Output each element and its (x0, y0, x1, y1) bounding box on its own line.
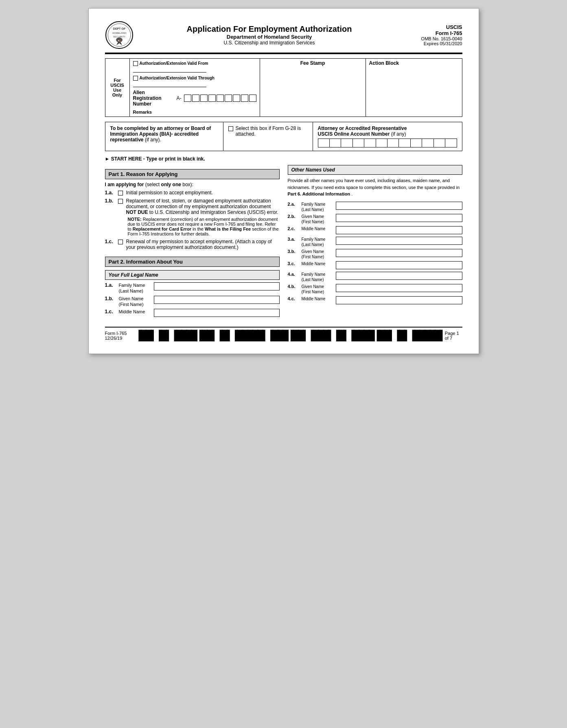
page: DEPT OF HOMELAND SECURITY 🦅 Application … (88, 8, 479, 354)
attorney-right: Attorney or Accredited Representative US… (313, 122, 462, 151)
alien-box-5[interactable] (217, 95, 224, 102)
on-2b-input[interactable] (336, 214, 462, 222)
on-3b-input[interactable] (336, 249, 462, 257)
g28-checkbox[interactable] (228, 126, 233, 131)
auth-through-checkbox[interactable] (133, 76, 138, 81)
header: DEPT OF HOMELAND SECURITY 🦅 Application … (105, 21, 462, 49)
fee-stamp-cell: Fee Stamp (260, 59, 366, 117)
other-names-header: Other Names Used (288, 165, 462, 175)
header-center: Application For Employment Authorization… (134, 24, 405, 46)
alien-box-6[interactable] (225, 95, 232, 102)
on-3b: 3.b. Given Name(First Name) (288, 249, 462, 260)
on-2b: 2.b. Given Name(First Name) (288, 214, 462, 224)
attorney-middle: Select this box if Form G-28 is attached… (223, 122, 313, 151)
on-4b: 4.b. Given Name(First Name) (288, 284, 462, 295)
p2-field-1a: 1.a. Family Name(Last Name) (105, 282, 280, 294)
alien-reg-label: Alien Registration Number (133, 90, 174, 107)
part1-header: Part 1. Reason for Applying (105, 169, 280, 179)
on-3a: 3.a. Family Name(Last Name) (288, 237, 462, 247)
form-name: Form I-765 (405, 30, 462, 36)
svg-text:HOMELAND: HOMELAND (112, 32, 126, 34)
remarks-label: Remarks (133, 110, 152, 114)
alien-box-3[interactable] (200, 95, 208, 102)
item-1b-note: NOTE: Replacement (correction) of an emp… (128, 217, 280, 236)
rep-subtitle2: (if any) (391, 131, 406, 137)
alien-prefix: A- (177, 95, 182, 101)
attorney-text3: (if any). (145, 137, 161, 143)
right-column: Other Names Used Provide all other names… (288, 165, 462, 319)
agency-name: Department of Homeland Security (134, 34, 405, 40)
on-2c-input[interactable] (336, 226, 462, 234)
auth-from-line (133, 67, 206, 73)
alien-box-1[interactable] (184, 95, 191, 102)
p2-family-name-input[interactable] (154, 282, 280, 290)
omb-number: OMB No. 1615-0040 (405, 36, 462, 41)
auth-valid-from-group: Authorization/Extension Valid From (133, 60, 256, 73)
subagency-name: U.S. Citizenship and Immigration Service… (134, 40, 405, 46)
uscis-logo: DEPT OF HOMELAND SECURITY 🦅 (105, 21, 134, 49)
on-4a-input[interactable] (336, 272, 462, 280)
g28-label: Select this box if Form G-28 is attached… (236, 125, 308, 137)
item-1c-text: Renewal of my permission to accept emplo… (126, 239, 280, 250)
p2-field-1c: 1.c. Middle Name (105, 309, 280, 317)
action-block-cell: Action Block (366, 59, 462, 117)
alien-box-8[interactable] (241, 95, 248, 102)
p2-field-1b: 1.b. Given Name(First Name) (105, 296, 280, 308)
svg-text:DEPT OF: DEPT OF (113, 27, 125, 30)
auth-valid-through-label: Authorization/Extension Valid Through (133, 75, 256, 81)
uscis-fields-cell: Authorization/Extension Valid From Autho… (129, 59, 260, 117)
header-divider (105, 53, 462, 54)
rep-account-box (318, 139, 457, 147)
footer-form-label: Form I-765 12/26/19 (105, 331, 136, 341)
start-here-text: ► START HERE - Type or print in black in… (105, 156, 205, 162)
item-1a: 1.a. Initial permission to accept employ… (105, 190, 280, 196)
alien-box-2[interactable] (192, 95, 199, 102)
main-title: Application For Employment Authorization (134, 24, 405, 34)
alien-box-7[interactable] (233, 95, 240, 102)
on-2c: 2.c. Middle Name (288, 226, 462, 234)
attorney-left: To be completed by an attorney or Board … (105, 122, 223, 151)
page-footer: Form I-765 12/26/19 ▐██▌▐█▌▐████▐██▌▐█▌▐… (105, 327, 462, 341)
left-column: Part 1. Reason for Applying I am applyin… (105, 165, 280, 319)
part2-header: Part 2. Information About You (105, 257, 280, 267)
barcode: ▐██▌▐█▌▐████▐██▌▐█▌▐█████▌▐███▐██▌▐███▌▐… (136, 330, 444, 341)
p2-given-name-input[interactable] (154, 296, 280, 304)
start-here: ► START HERE - Type or print in black in… (105, 156, 462, 162)
on-4c-input[interactable] (336, 296, 462, 304)
on-3a-input[interactable] (336, 237, 462, 245)
svg-text:🦅: 🦅 (117, 38, 122, 43)
on-2a: 2.a. Family Name(Last Name) (288, 202, 462, 212)
legal-name-header: Your Full Legal Name (105, 270, 280, 280)
two-col-layout: Part 1. Reason for Applying I am applyin… (105, 165, 462, 319)
other-names-intro: Provide all other names you have ever us… (288, 177, 462, 198)
auth-valid-through-group: Authorization/Extension Valid Through (133, 75, 256, 87)
on-2a-input[interactable] (336, 202, 462, 210)
form-id: USCIS (405, 24, 462, 30)
rep-title: Attorney or Accredited Representative (318, 125, 407, 131)
alien-box-9[interactable] (249, 95, 256, 102)
item-1c: 1.c. Renewal of my permission to accept … (105, 239, 280, 250)
attorney-section: To be completed by an attorney or Board … (105, 122, 462, 151)
on-3c-input[interactable] (336, 261, 462, 269)
remarks-group: Remarks (133, 109, 256, 115)
header-right: USCIS Form I-765 OMB No. 1615-0040 Expir… (405, 24, 462, 46)
on-4b-input[interactable] (336, 284, 462, 292)
checkbox-1b[interactable] (118, 199, 123, 204)
item-1b: 1.b. Replacement of lost, stolen, or dam… (105, 198, 280, 236)
item-1b-text: Replacement of lost, stolen, or damaged … (126, 198, 280, 215)
rep-subtitle: USCIS Online Account Number (318, 131, 390, 137)
item-1a-text: Initial permission to accept employment. (126, 190, 280, 196)
p2-middle-name-input[interactable] (154, 309, 280, 317)
auth-from-checkbox[interactable] (133, 61, 138, 66)
applying-for-label: I am applying for (select only one box): (105, 182, 280, 187)
on-4a: 4.a. Family Name(Last Name) (288, 272, 462, 282)
alien-box-4[interactable] (208, 95, 216, 102)
alien-reg-boxes (184, 95, 256, 102)
checkbox-1c[interactable] (118, 240, 123, 244)
on-4c: 4.c. Middle Name (288, 296, 462, 304)
expiry-date: Expires 05/31/2020 (405, 41, 462, 46)
checkbox-1a[interactable] (118, 191, 123, 196)
alien-reg-group: Alien Registration Number A- (133, 90, 256, 107)
auth-valid-from-label: Authorization/Extension Valid From (133, 60, 256, 66)
footer-page: Page 1 of 7 (445, 331, 462, 341)
